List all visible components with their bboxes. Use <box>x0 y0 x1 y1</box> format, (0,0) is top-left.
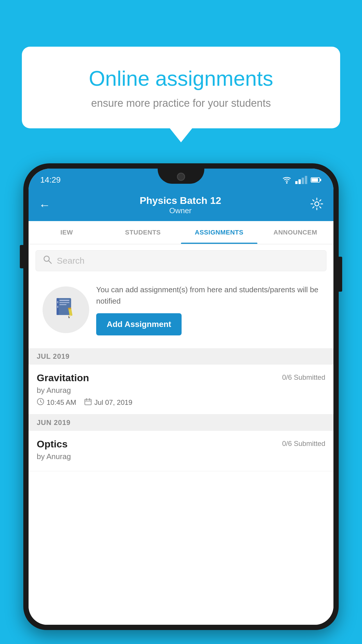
assignment-meta-gravitation: 10:45 AM Jul 07, 201 <box>37 398 325 407</box>
assignment-by-gravitation: by Anurag <box>37 386 325 395</box>
notebook-icon <box>54 296 78 324</box>
search-placeholder: Search <box>57 256 85 266</box>
assignment-time-gravitation: 10:45 AM <box>37 398 76 407</box>
speech-bubble-title: Online assignments <box>45 67 317 90</box>
phone-outer: 14:29 <box>23 163 339 630</box>
month-section-jul: JUL 2019 <box>29 348 333 365</box>
search-icon <box>43 255 52 267</box>
assignment-name-gravitation: Gravitation <box>37 372 89 384</box>
speech-bubble-container: Online assignments ensure more practice … <box>22 47 340 128</box>
assignment-card-text: You can add assignment(s) from here and … <box>96 284 319 307</box>
clock-icon <box>37 398 44 407</box>
status-time: 14:29 <box>40 173 61 185</box>
phone-notch <box>158 169 204 184</box>
svg-point-0 <box>286 182 288 184</box>
search-bar[interactable]: Search <box>36 250 326 271</box>
phone-container: 14:29 <box>23 163 339 644</box>
status-icons <box>282 174 322 184</box>
settings-icon[interactable] <box>310 197 323 213</box>
assignment-by-optics: by Anurag <box>37 452 325 461</box>
tab-assignments[interactable]: ASSIGNMENTS <box>181 221 257 244</box>
app-bar-title-container: Physics Batch 12 Owner <box>50 195 310 215</box>
assignment-submitted-gravitation: 0/6 Submitted <box>282 373 325 382</box>
tab-bar: IEW STUDENTS ASSIGNMENTS ANNOUNCEM <box>29 221 333 244</box>
svg-point-4 <box>315 202 319 206</box>
svg-rect-12 <box>57 301 58 303</box>
app-bar-title: Physics Batch 12 <box>50 195 310 206</box>
svg-rect-2 <box>320 179 321 181</box>
tab-announcements[interactable]: ANNOUNCEM <box>257 221 334 244</box>
assignment-item-optics[interactable]: Optics 0/6 Submitted by Anurag <box>29 431 333 471</box>
month-section-jun: JUN 2019 <box>29 414 333 431</box>
svg-rect-21 <box>85 399 91 405</box>
battery-icon <box>311 177 322 183</box>
add-assignment-button[interactable]: Add Assignment <box>96 313 182 335</box>
svg-rect-3 <box>312 178 318 182</box>
add-assignment-card: You can add assignment(s) from here and … <box>36 277 326 342</box>
phone-screen: 14:29 <box>29 169 333 625</box>
tab-iew[interactable]: IEW <box>29 221 105 244</box>
app-bar-subtitle: Owner <box>50 206 310 215</box>
assignment-name-optics: Optics <box>37 438 68 450</box>
assignment-icon-circle <box>43 286 89 333</box>
app-bar: ← Physics Batch 12 Owner <box>29 189 333 221</box>
calendar-icon <box>84 398 92 407</box>
signal-icon <box>295 176 307 184</box>
wifi-icon <box>282 176 292 184</box>
speech-bubble: Online assignments ensure more practice … <box>22 47 340 128</box>
svg-rect-10 <box>59 304 66 305</box>
back-button[interactable]: ← <box>39 199 50 212</box>
svg-rect-9 <box>59 302 69 303</box>
assignment-submitted-optics: 0/6 Submitted <box>282 440 325 448</box>
svg-line-20 <box>41 402 42 402</box>
assignment-card-right: You can add assignment(s) from here and … <box>96 284 319 335</box>
assignment-date-gravitation: Jul 07, 2019 <box>84 398 132 407</box>
tab-students[interactable]: STUDENTS <box>105 221 181 244</box>
svg-rect-8 <box>59 300 69 301</box>
svg-line-6 <box>49 261 51 263</box>
content-area: Search <box>29 244 333 625</box>
speech-bubble-subtitle: ensure more practice for your students <box>45 97 317 109</box>
assignment-item-gravitation[interactable]: Gravitation 0/6 Submitted by Anurag <box>29 365 333 414</box>
front-camera <box>177 173 185 181</box>
svg-rect-13 <box>57 306 58 308</box>
